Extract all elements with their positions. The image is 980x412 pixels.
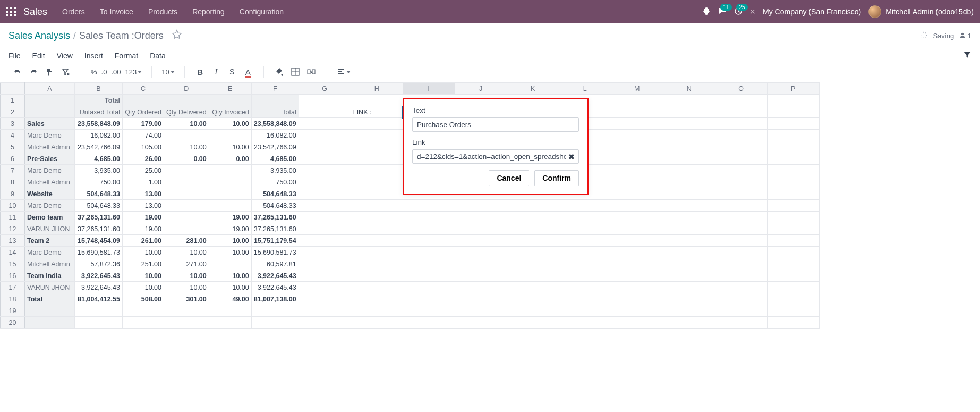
cell[interactable] — [299, 153, 351, 165]
cell[interactable]: 25.00 — [123, 165, 164, 176]
cell[interactable] — [351, 165, 403, 176]
cell[interactable] — [767, 293, 819, 305]
cell[interactable]: 19.00 — [209, 223, 251, 235]
format-dec1-button[interactable]: .0 — [101, 68, 107, 76]
nav-orders[interactable]: Orders — [62, 7, 85, 16]
cell[interactable]: VARUN JHON — [25, 223, 75, 235]
cell[interactable]: 3,922,645.43 — [251, 282, 299, 293]
cell[interactable] — [299, 165, 351, 176]
cell[interactable]: 10.00 — [209, 141, 251, 153]
cell[interactable] — [209, 188, 251, 200]
menu-data[interactable]: Data — [150, 52, 166, 60]
cell[interactable] — [403, 293, 455, 305]
cell[interactable] — [507, 223, 559, 235]
cell[interactable]: Marc Demo — [25, 247, 75, 258]
cell[interactable] — [611, 212, 663, 223]
cell[interactable] — [663, 141, 715, 153]
cell[interactable]: 3,935.00 — [251, 165, 299, 176]
cell[interactable]: 23,542,766.09 — [75, 141, 123, 153]
cell[interactable] — [507, 247, 559, 258]
cell[interactable] — [559, 270, 611, 282]
popover-link-input[interactable] — [412, 149, 579, 164]
cell[interactable]: 10.00 — [209, 270, 251, 282]
row-header[interactable]: 1 — [1, 95, 25, 106]
cell[interactable] — [209, 165, 251, 176]
cell[interactable] — [299, 282, 351, 293]
cell[interactable] — [611, 305, 663, 317]
cell[interactable] — [507, 200, 559, 212]
cell[interactable]: Pre-Sales — [25, 153, 75, 165]
col-header-B[interactable]: B — [75, 83, 123, 95]
font-size-dropdown[interactable]: 10 — [161, 68, 174, 76]
cell[interactable] — [209, 130, 251, 141]
row-header[interactable]: 12 — [1, 223, 25, 235]
fill-color-button[interactable] — [274, 66, 285, 78]
cell[interactable] — [767, 188, 819, 200]
cell[interactable] — [403, 235, 455, 247]
cell[interactable] — [75, 305, 123, 317]
cell[interactable] — [559, 317, 611, 329]
cell[interactable]: Qty Invoiced — [209, 106, 251, 118]
cell[interactable] — [715, 165, 767, 176]
cell[interactable]: 57,872.36 — [75, 258, 123, 270]
cell[interactable]: 15,748,454.09 — [75, 235, 123, 247]
cell[interactable] — [663, 223, 715, 235]
cell[interactable] — [611, 141, 663, 153]
cell[interactable] — [559, 247, 611, 258]
cell[interactable] — [611, 176, 663, 188]
cell[interactable] — [767, 317, 819, 329]
cell[interactable] — [455, 200, 507, 212]
cell[interactable]: 3,935.00 — [75, 165, 123, 176]
bold-button[interactable]: B — [194, 66, 206, 78]
col-header-J[interactable]: J — [455, 83, 507, 95]
cell[interactable] — [663, 258, 715, 270]
cell[interactable]: 26.00 — [123, 153, 164, 165]
cell[interactable] — [507, 212, 559, 223]
cell[interactable]: 81,007,138.00 — [251, 293, 299, 305]
cell[interactable] — [403, 305, 455, 317]
cell[interactable] — [351, 153, 403, 165]
menu-file[interactable]: File — [8, 52, 21, 60]
cell[interactable] — [351, 235, 403, 247]
cell[interactable] — [715, 235, 767, 247]
app-brand[interactable]: Sales — [23, 6, 47, 18]
col-header-E[interactable]: E — [209, 83, 251, 95]
cell[interactable] — [209, 317, 251, 329]
cell[interactable] — [164, 95, 209, 106]
cell[interactable] — [611, 258, 663, 270]
borders-button[interactable] — [289, 66, 301, 78]
cell[interactable] — [611, 130, 663, 141]
cell[interactable] — [299, 118, 351, 130]
cell[interactable] — [767, 212, 819, 223]
cell[interactable]: 10.00 — [209, 118, 251, 130]
cell[interactable]: 10.00 — [123, 282, 164, 293]
cell[interactable]: Mitchell Admin — [25, 176, 75, 188]
cell[interactable] — [351, 141, 403, 153]
confirm-button[interactable]: Confirm — [534, 170, 579, 186]
cell[interactable] — [455, 305, 507, 317]
col-header-G[interactable]: G — [299, 83, 351, 95]
row-header[interactable]: 9 — [1, 188, 25, 200]
cell[interactable] — [351, 258, 403, 270]
row-header[interactable]: 4 — [1, 130, 25, 141]
cell[interactable] — [455, 212, 507, 223]
cell[interactable] — [351, 118, 403, 130]
cell[interactable] — [663, 106, 715, 118]
cell[interactable] — [767, 305, 819, 317]
cell[interactable]: 0.00 — [164, 153, 209, 165]
cell[interactable] — [351, 188, 403, 200]
cell[interactable] — [251, 95, 299, 106]
cell[interactable]: 179.00 — [123, 118, 164, 130]
cell[interactable] — [767, 235, 819, 247]
cell[interactable] — [611, 165, 663, 176]
row-header[interactable]: 17 — [1, 282, 25, 293]
cell[interactable]: Sales — [25, 118, 75, 130]
cell[interactable] — [767, 247, 819, 258]
cell[interactable] — [403, 270, 455, 282]
cell[interactable] — [25, 106, 75, 118]
cell[interactable] — [164, 223, 209, 235]
strike-button[interactable]: S — [226, 66, 238, 78]
cell[interactable]: 15,690,581.73 — [75, 247, 123, 258]
cell[interactable] — [164, 305, 209, 317]
user-menu[interactable]: Mitchell Admin (odoo15db) — [868, 5, 974, 18]
